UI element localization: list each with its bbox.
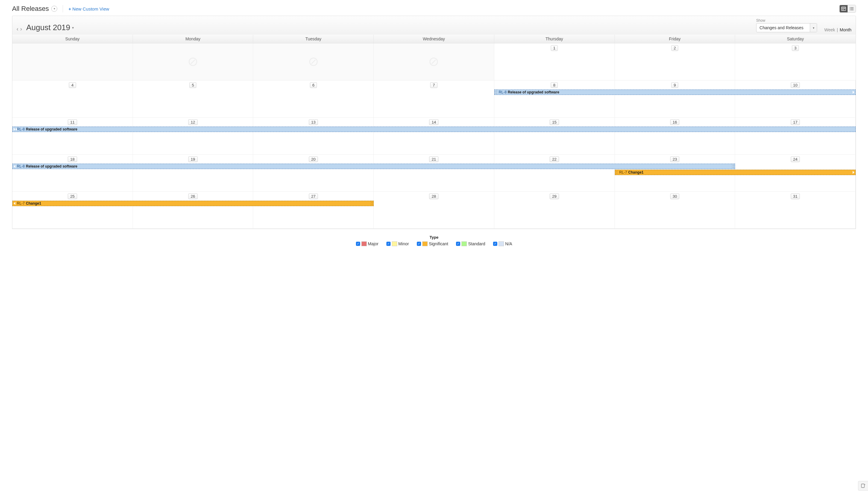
day-number[interactable]: 14 bbox=[429, 119, 438, 125]
calendar-cell[interactable]: 1 bbox=[494, 43, 615, 81]
calendar-cell[interactable]: 5 bbox=[133, 81, 254, 117]
blocked-icon bbox=[430, 58, 438, 66]
show-select[interactable]: Changes and Releases ▾ bbox=[756, 23, 817, 32]
day-number[interactable]: 2 bbox=[671, 45, 678, 51]
calendar-cell[interactable]: 10 bbox=[735, 81, 855, 117]
legend-checkbox[interactable]: ✓ bbox=[456, 242, 460, 246]
day-number[interactable]: 11 bbox=[68, 119, 77, 125]
day-number[interactable]: 8 bbox=[551, 82, 558, 88]
calendar-cell[interactable]: 8 bbox=[494, 81, 615, 117]
day-header: Sunday bbox=[13, 35, 133, 43]
day-header: Wednesday bbox=[374, 35, 494, 43]
event-resize-handle[interactable] bbox=[370, 201, 373, 206]
calendar-event[interactable]: RL-8Release of upgraded software bbox=[13, 127, 855, 132]
day-number[interactable]: 19 bbox=[188, 156, 197, 162]
day-number[interactable]: 18 bbox=[68, 156, 77, 162]
day-number[interactable]: 24 bbox=[790, 156, 800, 162]
calendar-cell[interactable]: 17 bbox=[735, 117, 855, 155]
day-number[interactable]: 29 bbox=[550, 193, 559, 199]
event-title: Release of upgraded software bbox=[26, 127, 78, 132]
event-resize-handle[interactable] bbox=[495, 90, 498, 94]
calendar-event[interactable]: RL-7Change1 bbox=[615, 170, 855, 175]
calendar-cell[interactable]: 26 bbox=[133, 192, 254, 229]
calendar-cell[interactable]: 29 bbox=[494, 192, 615, 229]
day-number[interactable]: 7 bbox=[430, 82, 437, 88]
calendar-cell[interactable]: 27 bbox=[253, 192, 374, 229]
day-number[interactable]: 5 bbox=[189, 82, 196, 88]
calendar-cell[interactable]: 22 bbox=[494, 155, 615, 192]
calendar-cell[interactable]: 15 bbox=[494, 117, 615, 155]
day-number[interactable]: 22 bbox=[550, 156, 559, 162]
next-month-button[interactable]: › bbox=[20, 26, 22, 32]
day-number[interactable]: 4 bbox=[69, 82, 76, 88]
legend-label: Major bbox=[368, 241, 378, 246]
calendar-cell[interactable]: 30 bbox=[615, 192, 735, 229]
legend-row: ✓Major✓Minor✓Significant✓Standard✓N/A bbox=[356, 241, 512, 246]
calendar-view-button[interactable] bbox=[840, 5, 847, 12]
day-number[interactable]: 10 bbox=[790, 82, 800, 88]
day-number[interactable]: 23 bbox=[670, 156, 679, 162]
prev-month-button[interactable]: ‹ bbox=[17, 26, 18, 32]
calendar-cell[interactable]: 13 bbox=[253, 117, 374, 155]
day-number[interactable]: 26 bbox=[188, 193, 197, 199]
calendar-cell[interactable]: 7 bbox=[374, 81, 494, 117]
event-resize-handle[interactable] bbox=[732, 164, 735, 169]
calendar-event[interactable]: RL-8Release of upgraded software bbox=[13, 164, 735, 169]
show-label: Show bbox=[756, 18, 817, 23]
calendar-cell[interactable]: 2 bbox=[615, 43, 735, 81]
calendar-cell[interactable]: 31 bbox=[735, 192, 855, 229]
calendar-cell[interactable]: 9 bbox=[615, 81, 735, 117]
day-number[interactable]: 21 bbox=[429, 156, 438, 162]
event-resize-handle[interactable] bbox=[615, 170, 618, 175]
day-number[interactable]: 6 bbox=[310, 82, 317, 88]
calendar-cell[interactable]: 3 bbox=[735, 43, 855, 81]
day-number[interactable]: 17 bbox=[790, 119, 800, 125]
legend-checkbox[interactable]: ✓ bbox=[417, 242, 421, 246]
calendar-cell[interactable]: 11 bbox=[13, 117, 133, 155]
new-custom-view-label: New Custom View bbox=[72, 6, 109, 12]
day-number[interactable]: 31 bbox=[790, 193, 800, 199]
calendar-cell[interactable]: 6 bbox=[253, 81, 374, 117]
calendar-cell[interactable]: 4 bbox=[13, 81, 133, 117]
chevron-down-icon: ▾ bbox=[72, 26, 74, 30]
calendar-cell[interactable]: 19 bbox=[133, 155, 254, 192]
calendar-cell[interactable]: 21 bbox=[374, 155, 494, 192]
calendar-event[interactable]: RL-7Change1 bbox=[13, 201, 374, 206]
day-number[interactable]: 15 bbox=[550, 119, 559, 125]
month-view-button[interactable]: Month bbox=[840, 27, 851, 32]
day-number[interactable]: 27 bbox=[309, 193, 318, 199]
day-number[interactable]: 28 bbox=[429, 193, 438, 199]
calendar-cell[interactable]: 18 bbox=[13, 155, 133, 192]
day-number[interactable]: 16 bbox=[670, 119, 679, 125]
day-number[interactable]: 9 bbox=[671, 82, 678, 88]
calendar-event[interactable]: RL-8Release of upgraded software bbox=[494, 89, 855, 95]
show-filter: Show Changes and Releases ▾ bbox=[756, 18, 817, 32]
week-view-button[interactable]: Week bbox=[824, 27, 835, 32]
calendar-cell[interactable]: 25 bbox=[13, 192, 133, 229]
new-custom-view-button[interactable]: + New Custom View bbox=[68, 6, 109, 12]
legend-label: Minor bbox=[398, 241, 409, 246]
svg-rect-4 bbox=[845, 8, 845, 9]
day-number[interactable]: 20 bbox=[309, 156, 318, 162]
calendar-cell[interactable]: 20 bbox=[253, 155, 374, 192]
legend-checkbox[interactable]: ✓ bbox=[493, 242, 497, 246]
month-picker[interactable]: August 2019 ▾ bbox=[26, 23, 74, 32]
day-number[interactable]: 30 bbox=[670, 193, 679, 199]
calendar-cell[interactable]: 12 bbox=[133, 117, 254, 155]
day-number[interactable]: 12 bbox=[188, 119, 197, 125]
legend-swatch bbox=[392, 241, 397, 246]
calendar-cell[interactable]: 16 bbox=[615, 117, 735, 155]
calendar-cell[interactable]: 14 bbox=[374, 117, 494, 155]
view-title-dropdown[interactable]: All Releases ▾ bbox=[12, 5, 57, 13]
day-number[interactable]: 1 bbox=[551, 45, 558, 51]
day-header: Friday bbox=[615, 35, 735, 43]
day-number[interactable]: 13 bbox=[309, 119, 318, 125]
calendar-cell[interactable]: 28 bbox=[374, 192, 494, 229]
list-view-button[interactable] bbox=[847, 5, 855, 12]
day-number[interactable]: 25 bbox=[68, 193, 77, 199]
legend-checkbox[interactable]: ✓ bbox=[356, 242, 360, 246]
legend-checkbox[interactable]: ✓ bbox=[386, 242, 391, 246]
day-number[interactable]: 3 bbox=[792, 45, 799, 51]
show-select-value: Changes and Releases bbox=[757, 23, 810, 32]
calendar-week: 11121314151617RL-8Release of upgraded so… bbox=[13, 117, 855, 155]
